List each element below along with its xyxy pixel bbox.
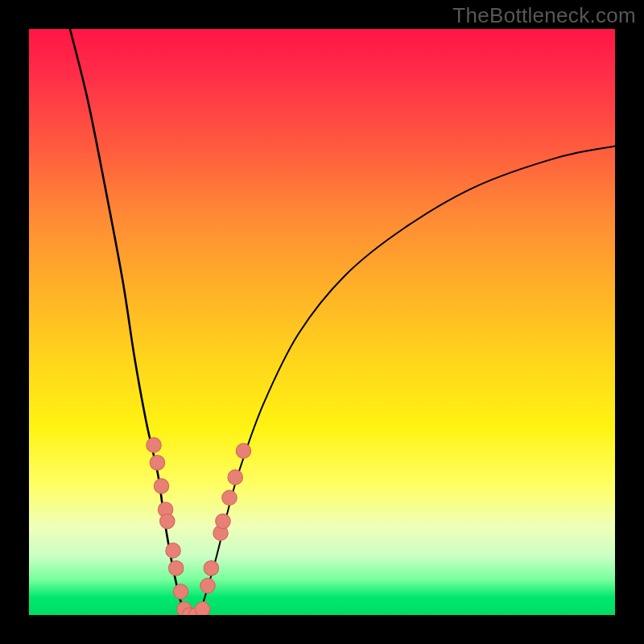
curve-right-curve: [199, 147, 615, 615]
chart-svg: [29, 29, 615, 615]
marker-dot: [154, 479, 168, 493]
marker-dot: [150, 456, 164, 470]
curve-layer: [70, 29, 615, 615]
marker-dot: [195, 602, 209, 615]
marker-dot: [160, 514, 175, 528]
marker-layer: [147, 438, 251, 615]
marker-dot: [166, 543, 180, 558]
chart-plot-area: [29, 29, 615, 615]
marker-dot: [236, 444, 250, 458]
marker-dot: [228, 470, 242, 485]
marker-dot: [204, 561, 218, 576]
marker-dot: [216, 514, 230, 528]
marker-dot: [147, 438, 161, 452]
marker-dot: [222, 490, 237, 505]
marker-dot: [173, 584, 188, 599]
marker-dot: [200, 578, 215, 592]
watermark-text: TheBottleneck.com: [452, 3, 636, 28]
marker-dot: [169, 561, 184, 576]
chart-outer-frame: TheBottleneck.com: [0, 0, 644, 644]
